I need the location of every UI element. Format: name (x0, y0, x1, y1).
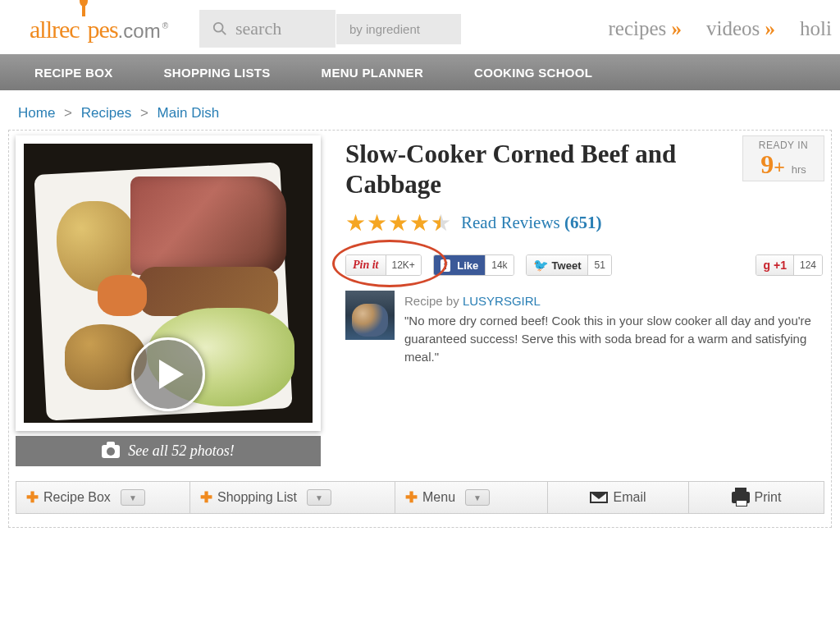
search-placeholder: search (235, 18, 281, 39)
search-mode-select[interactable]: by ingredient (336, 14, 461, 44)
envelope-icon (590, 492, 608, 503)
star-rating[interactable]: ★ ★ ★ ★ ★ (345, 209, 451, 236)
plus-icon: ✚ (26, 488, 39, 507)
search-icon (212, 21, 227, 36)
ready-in-value: 9+ hrs (743, 151, 824, 177)
star-icon: ★ (388, 209, 409, 236)
see-all-photos-button[interactable]: See all 52 photos! (16, 436, 321, 466)
breadcrumb-recipes[interactable]: Recipes (81, 105, 131, 121)
print-button[interactable]: Print (689, 482, 824, 513)
recipe-description: "No more dry corned beef! Cook this in y… (404, 312, 823, 365)
nav-cooking-school[interactable]: COOKING SCHOOL (474, 66, 592, 80)
camera-icon (102, 445, 120, 458)
recipe-title: Slow-Cooker Corned Beef and Cabbage (345, 135, 731, 199)
gplus-count: 124 (793, 255, 822, 275)
ready-in-label: READY IN (743, 140, 824, 151)
pinit-button[interactable]: Pin it 12K+ (345, 254, 422, 276)
breadcrumb-sep: > (64, 105, 72, 121)
printer-icon (732, 492, 750, 503)
dropdown-icon[interactable]: ▼ (465, 489, 490, 506)
dropdown-icon[interactable]: ▼ (307, 489, 331, 506)
recipe-by-label: Recipe by (404, 294, 459, 308)
nav-shopping-lists[interactable]: SHOPPING LISTS (164, 66, 271, 80)
logo-tld: .com (118, 20, 161, 43)
recipe-photo[interactable] (24, 144, 313, 423)
star-icon: ★ (367, 209, 387, 236)
logo-text-a: allrec (30, 16, 80, 43)
chevron-right-icon: » (765, 17, 776, 39)
dropdown-icon[interactable]: ▼ (121, 489, 145, 506)
facebook-icon: f (441, 259, 450, 272)
see-all-label: See all 52 photos! (128, 442, 234, 460)
gplus-icon: g (763, 259, 770, 272)
topnav-recipes[interactable]: recipes » (609, 17, 682, 40)
ready-in-box: READY IN 9+ hrs (742, 135, 824, 181)
logo-registered: ® (162, 21, 168, 30)
nav-menu-planner[interactable]: MENU PLANNER (322, 66, 423, 80)
plus-icon: ✚ (405, 488, 418, 507)
main-nav: RECIPE BOX SHOPPING LISTS MENU PLANNER C… (0, 54, 840, 90)
logo-text-b: pes (88, 16, 118, 43)
star-icon: ★ (345, 209, 366, 236)
tweet-button[interactable]: 🐦Tweet 51 (526, 254, 612, 276)
add-menu-button[interactable]: ✚ Menu ▼ (395, 482, 548, 513)
tweet-count: 51 (587, 255, 610, 275)
recipe-photo-frame (16, 135, 321, 431)
breadcrumb-sep: > (140, 105, 148, 121)
twitter-icon: 🐦 (533, 258, 549, 273)
star-half-icon: ★ (431, 209, 451, 236)
breadcrumb-main-dish[interactable]: Main Dish (158, 105, 220, 121)
google-plus-button[interactable]: g+1 124 (756, 254, 823, 276)
breadcrumb-home[interactable]: Home (18, 105, 55, 121)
search-input[interactable]: search (199, 10, 336, 48)
breadcrumb: Home > Recipes > Main Dish (0, 90, 840, 130)
logo[interactable]: allrecpes.com® (30, 15, 167, 44)
plus-icon: ✚ (200, 488, 212, 507)
like-count: 14k (485, 255, 513, 275)
spoon-icon (80, 0, 88, 23)
action-bar: ✚ Recipe Box ▼ ✚ Shopping List ▼ ✚ Menu … (16, 481, 824, 514)
author-link[interactable]: LUSYRSGIRL (463, 294, 541, 308)
chevron-right-icon: » (672, 17, 682, 39)
pinit-count: 12K+ (386, 255, 421, 275)
nav-recipe-box[interactable]: RECIPE BOX (34, 66, 113, 80)
play-video-button[interactable] (131, 337, 205, 411)
svg-point-0 (214, 23, 223, 32)
add-recipe-box-button[interactable]: ✚ Recipe Box ▼ (16, 482, 190, 513)
topnav-videos[interactable]: videos » (706, 17, 775, 40)
add-shopping-list-button[interactable]: ✚ Shopping List ▼ (190, 482, 395, 513)
facebook-like-button[interactable]: fLike 14k (433, 254, 514, 276)
svg-line-1 (222, 31, 226, 35)
email-button[interactable]: Email (548, 482, 689, 513)
search-group: search by ingredient (199, 10, 461, 48)
star-icon: ★ (409, 209, 430, 236)
topnav-holidays[interactable]: holi (800, 17, 832, 40)
author-avatar[interactable] (345, 291, 395, 340)
read-reviews-link[interactable]: Read Reviews (651) (461, 213, 601, 233)
